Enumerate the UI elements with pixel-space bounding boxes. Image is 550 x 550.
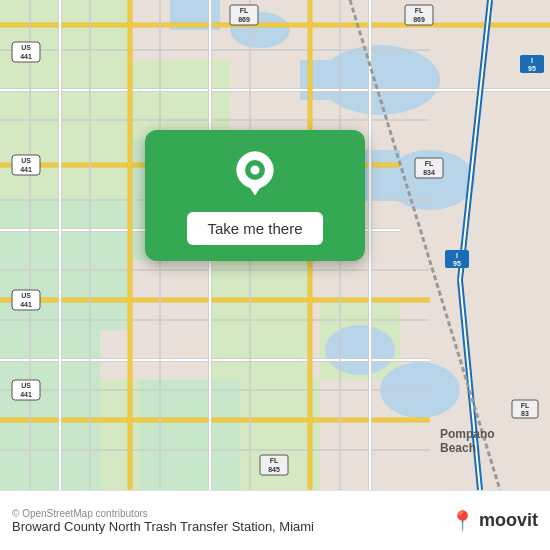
take-me-there-button[interactable]: Take me there: [187, 212, 322, 245]
svg-text:95: 95: [528, 65, 536, 72]
svg-marker-97: [246, 182, 264, 196]
svg-text:Pompano: Pompano: [440, 427, 495, 441]
svg-rect-4: [130, 60, 230, 140]
svg-text:FL: FL: [240, 7, 249, 14]
svg-line-57: [460, 280, 480, 490]
location-pin-icon: [230, 150, 280, 200]
footer-left: © OpenStreetMap contributors Broward Cou…: [12, 508, 314, 534]
svg-text:US: US: [21, 157, 31, 164]
svg-text:869: 869: [413, 16, 425, 23]
svg-text:I: I: [456, 252, 458, 259]
map-area: US 441 US 441 US 441 US 441 FL 869: [0, 0, 550, 490]
svg-text:Beach: Beach: [440, 441, 476, 455]
footer: © OpenStreetMap contributors Broward Cou…: [0, 490, 550, 550]
svg-text:441: 441: [20, 391, 32, 398]
map-attribution: © OpenStreetMap contributors: [12, 508, 314, 519]
svg-text:FL: FL: [270, 457, 279, 464]
svg-text:834: 834: [423, 169, 435, 176]
svg-text:95: 95: [453, 260, 461, 267]
svg-text:FL: FL: [521, 402, 530, 409]
svg-text:I: I: [531, 57, 533, 64]
svg-rect-2: [0, 330, 100, 490]
svg-point-12: [325, 325, 395, 375]
svg-rect-7: [140, 380, 240, 490]
svg-text:441: 441: [20, 53, 32, 60]
svg-line-55: [460, 0, 490, 280]
moovit-brand-text: moovit: [479, 510, 538, 531]
svg-text:US: US: [21, 382, 31, 389]
moovit-logo: 📍 moovit: [450, 509, 538, 533]
svg-text:441: 441: [20, 166, 32, 173]
svg-text:FL: FL: [415, 7, 424, 14]
svg-text:US: US: [21, 44, 31, 51]
svg-text:FL: FL: [425, 160, 434, 167]
moovit-pin-icon: 📍: [450, 509, 475, 533]
svg-text:869: 869: [238, 16, 250, 23]
location-card: Take me there: [145, 130, 365, 261]
svg-point-96: [250, 165, 259, 174]
svg-text:US: US: [21, 292, 31, 299]
svg-text:845: 845: [268, 466, 280, 473]
svg-text:441: 441: [20, 301, 32, 308]
location-name-label: Broward County North Trash Transfer Stat…: [12, 519, 314, 534]
svg-text:83: 83: [521, 410, 529, 417]
